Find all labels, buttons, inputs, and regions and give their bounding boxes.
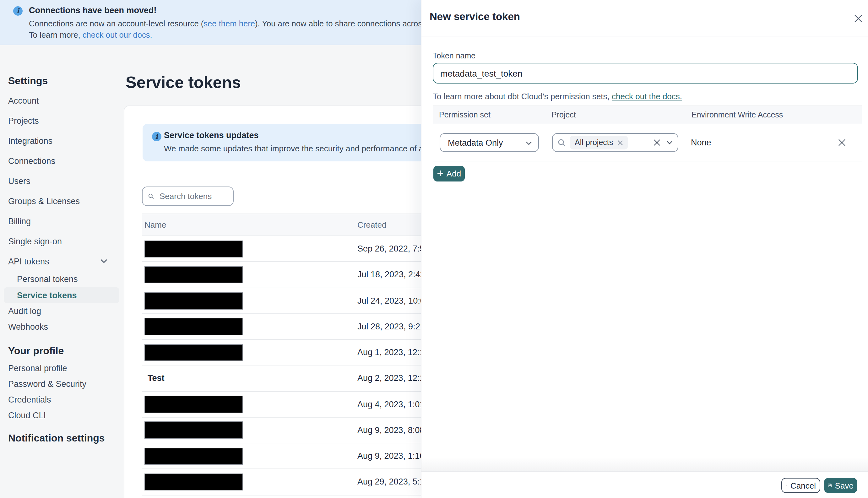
sidebar-item-cloud-cli[interactable]: Cloud CLI — [8, 408, 122, 423]
sidebar-item-label: Service tokens — [17, 290, 77, 300]
sidebar-heading-notification-settings: Notification settings — [8, 431, 122, 445]
redacted-token-name — [144, 240, 243, 258]
column-header-permission-set: Permission set — [439, 110, 490, 119]
plus-icon — [437, 170, 444, 177]
sidebar-item-label: Groups & Licenses — [8, 196, 80, 206]
sidebar-item-label: Integrations — [8, 136, 52, 145]
column-header-environment-write-access: Environment Write Access — [692, 110, 783, 119]
environment-write-access-value: None — [691, 138, 711, 147]
sidebar-item-billing[interactable]: Billing — [8, 211, 122, 231]
permission-set-select[interactable]: Metadata Only — [440, 133, 539, 152]
save-icon — [828, 482, 832, 489]
chevron-down-icon — [101, 259, 107, 263]
close-icon — [786, 482, 787, 489]
drawer-header: New service token — [421, 0, 868, 36]
sidebar-item-api-tokens[interactable]: API tokens — [8, 251, 122, 271]
sidebar-item-users[interactable]: Users — [8, 171, 122, 191]
app-root: i Connections have been moved! Connectio… — [0, 0, 868, 498]
permission-helper-text: To learn more about dbt Cloud's permissi… — [433, 92, 682, 101]
add-permission-button[interactable]: Add — [433, 166, 465, 181]
helper-text: To learn more about dbt Cloud's permissi… — [433, 92, 612, 101]
token-name: Test — [148, 374, 165, 383]
sidebar-item-single-sign-on[interactable]: Single sign-on — [8, 231, 122, 251]
column-header-name: Name — [144, 220, 166, 230]
sidebar: SettingsAccountProjectsIntegrationsConne… — [8, 74, 122, 445]
sidebar-item-account[interactable]: Account — [8, 90, 122, 110]
project-chip-label: All projects — [575, 138, 613, 147]
sidebar-item-service-tokens[interactable]: Service tokens — [4, 287, 119, 303]
search-icon — [558, 139, 566, 147]
page-title: Service tokens — [126, 73, 241, 92]
column-header-project: Project — [551, 110, 576, 119]
sidebar-item-label: Audit log — [8, 306, 41, 316]
token-name-label: Token name — [433, 52, 475, 60]
notice-title: Service tokens updates — [164, 131, 259, 140]
sidebar-item-webhooks[interactable]: Webhooks — [8, 319, 122, 335]
footer-shadow — [421, 457, 868, 471]
project-chip: All projects — [570, 136, 628, 149]
token-name-input[interactable] — [433, 63, 858, 83]
see-them-here-link[interactable]: see them here — [203, 19, 255, 28]
sidebar-item-label: Cloud CLI — [8, 411, 46, 420]
sidebar-item-label: Personal tokens — [17, 274, 78, 284]
column-header-created: Created — [357, 220, 386, 230]
redacted-token-name — [144, 396, 243, 413]
sidebar-item-label: API tokens — [8, 257, 49, 266]
search-tokens-field[interactable] — [142, 186, 234, 206]
close-icon[interactable] — [852, 12, 864, 25]
sidebar-item-personal-profile[interactable]: Personal profile — [8, 361, 122, 376]
save-button-label: Save — [835, 481, 854, 490]
drawer-title: New service token — [430, 11, 520, 23]
sidebar-item-label: Projects — [8, 116, 39, 125]
cancel-button[interactable]: Cancel — [781, 478, 820, 493]
sidebar-heading-settings: Settings — [8, 74, 122, 88]
banner-line2: To learn more, check out our docs. — [29, 30, 152, 40]
check-docs-link[interactable]: check out our docs. — [82, 30, 152, 40]
sidebar-item-label: Personal profile — [8, 364, 67, 373]
new-service-token-drawer: New service token Token name To learn mo… — [421, 0, 868, 498]
cancel-button-label: Cancel — [790, 481, 816, 490]
redacted-token-name — [144, 292, 243, 309]
sidebar-item-connections[interactable]: Connections — [8, 151, 122, 171]
search-icon — [148, 192, 154, 200]
sidebar-item-label: Connections — [8, 156, 55, 166]
clear-icon[interactable] — [653, 139, 661, 146]
redacted-token-name — [144, 473, 243, 491]
sidebar-item-credentials[interactable]: Credentials — [8, 392, 122, 408]
chevron-down-icon — [526, 141, 532, 145]
sidebar-heading-your-profile: Your profile — [8, 344, 122, 358]
chip-remove-icon[interactable] — [617, 140, 623, 145]
permission-set-value: Metadata Only — [448, 138, 503, 147]
permission-row: Metadata Only All projects None — [433, 133, 861, 152]
sidebar-item-label: Webhooks — [8, 322, 48, 331]
sidebar-item-personal-tokens[interactable]: Personal tokens — [8, 271, 122, 287]
sidebar-item-label: Password & Security — [8, 379, 87, 389]
sidebar-item-audit-log[interactable]: Audit log — [8, 303, 122, 319]
sidebar-item-password-security[interactable]: Password & Security — [8, 376, 122, 392]
chevron-down-icon[interactable] — [666, 141, 673, 144]
save-button[interactable]: Save — [824, 478, 857, 493]
sidebar-item-label: Single sign-on — [8, 236, 62, 246]
banner-title: Connections have been moved! — [29, 6, 157, 15]
redacted-token-name — [144, 318, 243, 335]
search-input[interactable] — [158, 191, 227, 201]
sidebar-item-projects[interactable]: Projects — [8, 110, 122, 131]
sidebar-item-label: Account — [8, 96, 39, 105]
divider — [433, 161, 862, 161]
remove-row-icon[interactable] — [838, 139, 846, 147]
sidebar-item-label: Users — [8, 176, 30, 186]
project-multiselect[interactable]: All projects — [552, 133, 678, 152]
redacted-token-name — [144, 422, 243, 439]
sidebar-item-groups-licenses[interactable]: Groups & Licenses — [8, 191, 122, 211]
redacted-token-name — [144, 344, 243, 361]
banner-line1-text: Connections are now an account-level res… — [29, 19, 203, 28]
sidebar-item-integrations[interactable]: Integrations — [8, 131, 122, 151]
permission-table-header: Permission set Project Environment Write… — [433, 105, 862, 124]
sidebar-item-label: Billing — [8, 217, 31, 226]
check-out-docs-link[interactable]: check out the docs. — [612, 92, 682, 101]
info-icon: i — [152, 132, 161, 141]
drawer-footer: Cancel Save — [421, 471, 868, 498]
sidebar-item-label: Credentials — [8, 395, 51, 404]
redacted-token-name — [144, 266, 243, 284]
banner-line2-text: To learn more, — [29, 30, 82, 40]
